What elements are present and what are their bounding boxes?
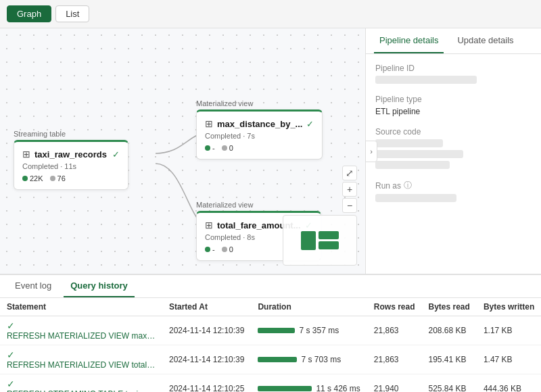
mat2-table-icon: ⊞ [205,220,213,230]
duration-label-2: 11 s 426 ms [316,384,360,392]
collapse-panel-button[interactable]: › [365,141,377,162]
mat1-check-icon: ✓ [306,119,314,129]
toolbar: Graph List [0,0,541,28]
cell-bytes-written-2: 444.36 KB [477,374,541,393]
cell-duration-0: 7 s 357 ms [251,316,367,345]
run-as-row: Run as ⓘ [375,180,532,202]
table-row: ✓REFRESH STREAMING TABLE taxi_raw... 202… [0,374,541,393]
update-details-tab[interactable]: Update details [452,28,519,53]
cell-bytes-read-1: 195.41 KB [422,345,477,374]
table-header: Statement Started At Duration Rows read … [0,298,541,316]
pipeline-id-label: Pipeline ID [375,64,532,73]
source-code-line3 [375,161,450,169]
status-ok-icon-1: ✓ [7,349,15,360]
table-icon: ⊞ [22,149,30,160]
col-rows: Rows read [367,298,422,316]
mini-rect-1 [301,231,316,250]
main-area: Streaming table ⊞ taxi_raw_records ✓ Com… [0,28,541,274]
event-log-tab[interactable]: Event log [8,275,58,297]
status-ok-icon-0: ✓ [7,320,15,331]
mat2-node-label: Materialized view [196,201,321,209]
duration-label-0: 7 s 357 ms [299,326,339,335]
source-code-label: Source code [375,127,532,137]
cell-started-0: 2024-11-14 12:10:39 [162,316,251,345]
mat1-stat2: 0 [229,144,233,152]
mat1-node-card[interactable]: ⊞ max_distance_by_... ✓ Completed · 7s -… [196,109,323,160]
mat2-stat2: 0 [229,245,233,253]
col-bytes-read: Bytes read [422,298,477,316]
streaming-node-stats: 22K 76 [22,174,120,182]
cell-started-2: 2024-11-14 12:10:25 [162,374,251,393]
pipeline-id-value [375,76,477,84]
pipeline-details-tab[interactable]: Pipeline details [374,28,444,53]
streaming-stat2: 76 [57,174,66,182]
pipeline-id-row: Pipeline ID [375,64,532,84]
graph-canvas[interactable]: Streaming table ⊞ taxi_raw_records ✓ Com… [0,28,365,274]
mini-rects-right [319,231,339,249]
col-bytes-written: Bytes written [477,298,541,316]
duration-label-1: 7 s 703 ms [301,355,341,364]
table-row: ✓REFRESH MATERIALIZED VIEW total_fa... 2… [0,345,541,374]
cell-rows-0: 21,863 [367,316,422,345]
cell-rows-1: 21,863 [367,345,422,374]
source-code-row: Source code [375,127,532,169]
mini-rect-2 [319,231,339,239]
mat1-node-title: max_distance_by_... [217,119,302,129]
status-ok-icon-2: ✓ [7,378,15,389]
cell-statement-1[interactable]: ✓REFRESH MATERIALIZED VIEW total_fa... [0,345,162,374]
cell-bytes-written-0: 1.17 KB [477,316,541,345]
zoom-in-button[interactable]: + [342,182,357,197]
minimap [283,215,357,266]
query-table-container: Statement Started At Duration Rows read … [0,298,541,392]
mat1-node-group: Materialized view ⊞ max_distance_by_... … [196,99,323,160]
run-as-value [375,194,456,202]
streaming-node-title: taxi_raw_records [34,149,107,160]
col-started: Started At [162,298,251,316]
mat1-node-stats: - 0 [205,144,314,152]
pipeline-type-value: ETL pipeline [375,107,532,116]
cell-started-1: 2024-11-14 12:10:39 [162,345,251,374]
streaming-node-label: Streaming table [14,130,128,138]
cell-statement-0[interactable]: ✓REFRESH MATERIALIZED VIEW max_di... [0,316,162,345]
duration-bar-2 [258,386,312,391]
minimap-controls: ⤢ + − [342,166,357,213]
streaming-node-card[interactable]: ⊞ taxi_raw_records ✓ Completed · 11s 22K… [14,140,128,190]
graph-tab-button[interactable]: Graph [7,5,51,22]
panel-content: Pipeline ID Pipeline type ETL pipeline S… [366,54,541,274]
fullscreen-button[interactable]: ⤢ [342,166,357,180]
run-as-label: Run as [375,181,401,191]
cell-duration-1: 7 s 703 ms [251,345,367,374]
duration-bar-1 [258,357,297,362]
streaming-stat1: 22K [30,174,43,182]
streaming-node-group: Streaming table ⊞ taxi_raw_records ✓ Com… [14,130,128,190]
cell-statement-2[interactable]: ✓REFRESH STREAMING TABLE taxi_raw... [0,374,162,393]
zoom-out-button[interactable]: − [342,198,357,213]
green-dot-1 [22,176,28,181]
cell-bytes-read-2: 525.84 KB [422,374,477,393]
table-row: ✓REFRESH MATERIALIZED VIEW max_di... 202… [0,316,541,345]
query-history-tab[interactable]: Query history [64,275,135,297]
mat2-stat1: - [212,245,215,253]
cell-duration-2: 11 s 426 ms [251,374,367,393]
source-code-line1 [375,139,443,147]
mat1-stat1: - [212,144,215,152]
duration-bar-0 [258,328,295,333]
mat1-gray-dot [222,145,227,151]
minimap-content [283,216,356,265]
run-as-info-icon: ⓘ [404,180,412,191]
cell-bytes-read-0: 208.68 KB [422,316,477,345]
mat1-table-icon: ⊞ [205,118,213,129]
right-panel-tabs: Pipeline details Update details [366,28,541,54]
mini-rect-3 [319,241,339,249]
streaming-node-status: Completed · 11s [22,162,120,170]
gray-dot-1 [50,176,55,181]
bottom-tabs: Event log Query history [0,275,541,298]
mat1-node-status: Completed · 7s [205,132,314,140]
list-tab-button[interactable]: List [55,5,89,22]
cell-bytes-written-1: 1.47 KB [477,345,541,374]
source-code-line2 [375,150,463,158]
streaming-check-icon: ✓ [112,149,120,160]
mat1-node-label: Materialized view [196,99,323,107]
right-panel: › Pipeline details Update details Pipeli… [365,28,541,274]
pipeline-type-row: Pipeline type ETL pipeline [375,95,532,116]
